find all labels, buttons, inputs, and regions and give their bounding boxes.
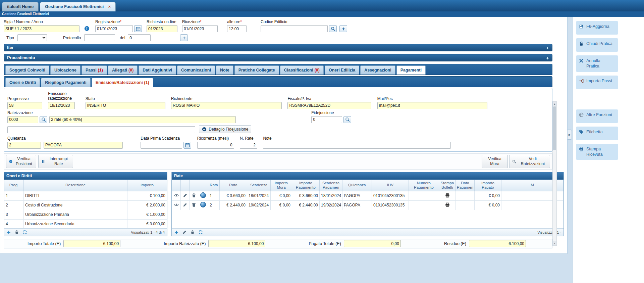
sigla-input[interactable] (4, 25, 79, 32)
column-header-importo-pagato[interactable]: Importo Pagato (475, 180, 501, 191)
dettaglio-fidejussione-button[interactable]: Dettaglio Fidejussione (199, 125, 251, 133)
delete-rate-button[interactable] (192, 202, 196, 207)
column-header-quietanza[interactable]: Quietanza (342, 180, 372, 191)
n-rate-input[interactable] (240, 142, 257, 149)
chiudi-pratica-button[interactable]: Chiudi Pratica (576, 38, 618, 52)
tab-ubicazione[interactable]: Ubicazione (50, 65, 80, 75)
edit-rate-button[interactable] (183, 202, 187, 207)
add-onere-button[interactable] (6, 230, 11, 235)
info-icon[interactable] (84, 26, 90, 32)
panel-iter[interactable]: Iter + (4, 44, 552, 51)
vertical-scrollbar[interactable]: ▲ ▼ (552, 101, 557, 246)
importo-totale-input[interactable] (63, 240, 120, 247)
delete-onere-button[interactable] (14, 230, 19, 235)
add-codice-edificio-button[interactable] (339, 25, 347, 32)
delete-rate-button[interactable] (192, 193, 196, 198)
note-input[interactable] (263, 142, 451, 149)
column-header-rata-num[interactable]: Rata (208, 180, 220, 191)
column-header-iuv[interactable]: IUV (372, 180, 409, 191)
f6-aggiorna-button[interactable]: F6-Aggiorna (576, 21, 618, 35)
richiesta-online-input[interactable] (147, 25, 177, 32)
table-row[interactable]: 1 DIRITTI € 100,00 (4, 191, 167, 200)
expand-iter-icon[interactable]: + (546, 45, 549, 51)
column-header-rata[interactable]: Rata (220, 180, 247, 191)
tab-assegnazioni[interactable]: Assegnazioni (360, 65, 395, 75)
tab-comunicazioni[interactable]: Comunicazioni (177, 65, 215, 75)
progressivo-input[interactable] (7, 102, 42, 109)
quietanza-code-input[interactable] (7, 142, 41, 149)
add-rata-button[interactable] (174, 230, 179, 235)
interrompi-rate-button[interactable]: Interrompi Rate (38, 155, 73, 168)
rateizzazione-code-input[interactable] (7, 116, 38, 123)
expand-sidebar-handle[interactable]: ▶ (568, 130, 572, 140)
tab-gestione-fascicoli[interactable]: Gestione Fascicoli Elettronici × (40, 2, 116, 11)
table-row[interactable]: 2 Costo di Costruzione € 2.000,00 (4, 200, 167, 210)
column-header-data-pagamento[interactable]: Data Pagamen (456, 180, 475, 191)
rateizzazione-desc-input[interactable] (49, 116, 236, 123)
protocollo-input[interactable] (84, 34, 115, 41)
table-row[interactable]: 3 Urbanizzazione Primaria € 1.000,00 (4, 210, 167, 219)
alle-ore-input[interactable] (227, 25, 247, 32)
registrazione-calendar-button[interactable] (134, 25, 142, 32)
importa-passi-button[interactable]: Importa Passi (576, 76, 618, 89)
del-input[interactable] (128, 34, 151, 41)
annulla-pratica-button[interactable]: Annulla Pratica (576, 55, 618, 72)
scrollbar-thumb[interactable] (553, 106, 556, 150)
stato-input[interactable] (86, 102, 165, 109)
pagato-totale-input[interactable] (344, 240, 401, 247)
tab-dati-aggiuntivi[interactable]: Dati Aggiuntivi (139, 65, 176, 75)
quietanza-desc-input[interactable] (44, 142, 123, 149)
registrazione-input[interactable] (95, 25, 133, 32)
column-header-scadenza-pagamento[interactable]: Scadenza Pagamen (320, 180, 342, 191)
column-header-importo-mora[interactable]: Importo Mora (271, 180, 292, 191)
column-header-importo[interactable]: Importo (127, 180, 167, 191)
fidejussione-search-button[interactable] (343, 116, 351, 123)
add-protocollo-button[interactable] (180, 34, 188, 41)
column-header-importo-pagamento[interactable]: Importo Pagamento (292, 180, 320, 191)
scroll-up-arrow[interactable]: ▲ (553, 102, 556, 106)
subtab-oneri-e-diritti[interactable]: Oneri e Diritti (5, 78, 40, 87)
ricorrenza-mesi-input[interactable] (197, 142, 234, 149)
panel-procedimento[interactable]: Procedimento + (4, 54, 552, 61)
tab-pagamenti[interactable]: Pagamenti (396, 65, 426, 75)
tipo-select[interactable] (17, 34, 47, 41)
mail-pec-input[interactable] (377, 102, 487, 109)
importo-rateizzato-input[interactable] (208, 240, 265, 247)
refresh-rate-button[interactable] (198, 230, 203, 235)
view-rate-button[interactable] (174, 202, 179, 207)
tab-soggetti-coinvolti[interactable]: Soggetti Coinvolti (5, 65, 49, 75)
column-header-numero-pagamento[interactable]: Numero Pagamento (409, 180, 439, 191)
subtab-emissioni-rateizzazioni[interactable]: Emissioni/Rateizzazioni (1) (92, 78, 153, 87)
codice-edificio-search-button[interactable] (329, 25, 337, 32)
tab-pratiche-collegate[interactable]: Pratiche Collegate (234, 65, 279, 75)
column-header-prog[interactable]: Prog. (4, 180, 24, 191)
edit-rate-button[interactable] (183, 193, 187, 198)
pagopa-button[interactable] (200, 192, 206, 198)
ricezione-input[interactable] (182, 25, 218, 32)
emissione-rateizzazione-input[interactable] (48, 102, 75, 109)
tab-passi[interactable]: Passi(1) (82, 65, 107, 75)
view-rate-button[interactable] (174, 193, 179, 198)
vedi-rateizzazioni-button[interactable]: Vedi Rateizzazioni (509, 155, 550, 168)
residuo-input[interactable] (469, 240, 526, 247)
print-bollettino-button[interactable] (445, 193, 450, 198)
print-bollettino-button[interactable] (445, 202, 450, 207)
tab-allegati[interactable]: Allegati(0) (108, 65, 138, 75)
column-header-descrizione[interactable]: Descrizione (24, 180, 127, 191)
delete-rata-button[interactable] (190, 230, 195, 235)
column-header-scadenza[interactable]: Scadenza (247, 180, 271, 191)
fidejussione-input[interactable] (311, 116, 342, 123)
data-prima-scadenza-input[interactable] (141, 142, 182, 149)
table-row[interactable]: 2 € 2.440,00 19/02/2024 € 0,00 € 2.440,0… (172, 200, 564, 210)
tab-italsoft-home[interactable]: italsoft Home (2, 2, 39, 11)
verifica-posizioni-button[interactable]: Verifica Posizioni (6, 155, 36, 168)
altre-funzioni-button[interactable]: Altre Funzioni (576, 109, 618, 123)
tab-classificazioni[interactable]: Classificazioni(0) (280, 65, 324, 75)
scroll-down-arrow[interactable]: ▼ (553, 241, 556, 245)
richiedente-input[interactable] (171, 102, 282, 109)
etichetta-button[interactable]: Etichetta (576, 127, 618, 140)
rateizzazione-search-button[interactable] (40, 116, 47, 123)
table-row[interactable]: 1 € 3.660,00 18/01/2024 € 0,00 € 3.660,0… (172, 191, 564, 200)
tab-oneri-edilizia[interactable]: Oneri Edilizia (325, 65, 359, 75)
column-header-stampa-bollettino[interactable]: Stampa Bolletti (439, 180, 456, 191)
